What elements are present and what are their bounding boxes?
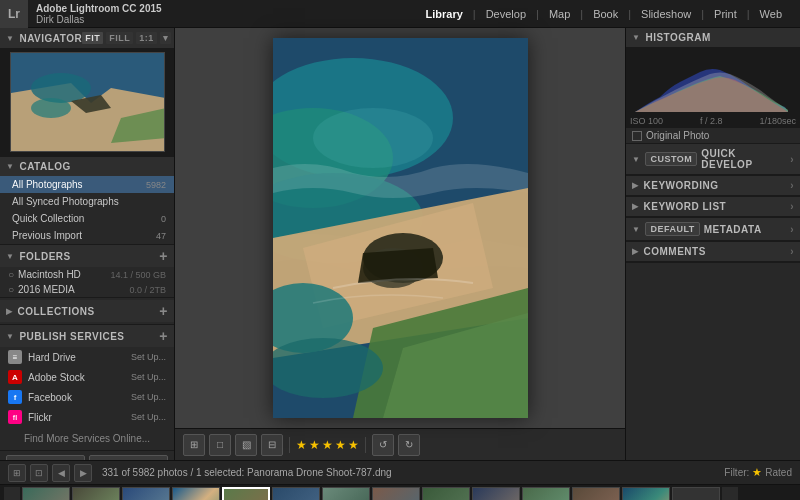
meta-triangle: ▼ — [632, 225, 640, 234]
histogram-aperture: f / 2.8 — [700, 116, 723, 126]
star-4[interactable]: ★ — [335, 438, 346, 452]
film-thumb-11[interactable] — [522, 487, 570, 501]
folders-add[interactable]: + — [159, 249, 168, 263]
service-facebook[interactable]: f Facebook Set Up... — [0, 387, 174, 407]
publish-section: ▼ Publish Services + ≡ Hard Drive Set Up… — [0, 325, 174, 451]
catalog-previous[interactable]: Previous Import 47 — [0, 227, 174, 244]
film-thumb-12[interactable] — [572, 487, 620, 501]
publish-header[interactable]: ▼ Publish Services + — [0, 325, 174, 347]
quick-develop-title: Quick Develop — [701, 148, 790, 170]
folder-macintosh[interactable]: ○ Macintosh HD 14.1 / 500 GB — [0, 267, 174, 282]
filmstrip-flag-button[interactable]: ⊞ — [8, 464, 26, 482]
catalog-all-photos-count: 5982 — [146, 180, 166, 190]
navigator-image[interactable] — [10, 52, 165, 152]
quick-develop-header[interactable]: ▼ Custom Quick Develop › — [626, 144, 800, 175]
star-rating[interactable]: ★ ★ ★ ★ ★ — [296, 438, 359, 452]
catalog-title: Catalog — [19, 161, 70, 172]
film-thumb-9[interactable] — [422, 487, 470, 501]
kl-arrow[interactable]: › — [790, 201, 794, 212]
histogram-section: ▼ Histogram ISO 100 f — [626, 28, 800, 144]
star-3[interactable]: ★ — [322, 438, 333, 452]
film-thumb-6[interactable] — [272, 487, 320, 501]
catalog-synced-label: All Synced Photographs — [12, 196, 166, 207]
nav-fill[interactable]: FILL — [106, 32, 133, 44]
service-hd-setup[interactable]: Set Up... — [131, 352, 166, 362]
nav-develop[interactable]: Develop — [478, 4, 534, 24]
grid-view-button[interactable]: ⊞ — [183, 434, 205, 456]
film-thumb-2[interactable] — [72, 487, 120, 501]
film-thumb-13[interactable] — [622, 487, 670, 501]
service-stock-setup[interactable]: Set Up... — [131, 372, 166, 382]
comments-triangle: ▶ — [632, 247, 639, 256]
nav-1to1[interactable]: 1:1 — [136, 32, 157, 44]
service-adobe-stock[interactable]: A Adobe Stock Set Up... — [0, 367, 174, 387]
catalog-synced[interactable]: All Synced Photographs — [0, 193, 174, 210]
service-flickr-name: Flickr — [28, 412, 131, 423]
catalog-all-photos[interactable]: All Photographs 5982 — [0, 176, 174, 193]
nav-map[interactable]: Map — [541, 4, 578, 24]
folder-media[interactable]: ○ 2016 MEDIA 0.0 / 2TB — [0, 282, 174, 297]
navigator-title: Navigator — [19, 33, 82, 44]
export-button[interactable]: Export... — [89, 455, 168, 460]
collections-add[interactable]: + — [159, 304, 168, 318]
metadata-preset-select[interactable]: Default — [645, 222, 699, 236]
keywording-header[interactable]: ▶ Keywording › — [626, 176, 800, 196]
filmstrip-path: 331 of 5982 photos / 1 selected: Panoram… — [96, 467, 720, 478]
filmstrip-scroll-right[interactable]: ▶ — [722, 487, 738, 501]
film-thumb-3[interactable] — [122, 487, 170, 501]
service-hard-drive[interactable]: ≡ Hard Drive Set Up... — [0, 347, 174, 367]
star-2[interactable]: ★ — [309, 438, 320, 452]
filmstrip-grid-button[interactable]: ⊡ — [30, 464, 48, 482]
catalog-header[interactable]: ▼ Catalog — [0, 157, 174, 176]
import-button[interactable]: Import... — [6, 455, 85, 460]
catalog-quick[interactable]: Quick Collection 0 — [0, 210, 174, 227]
film-thumb-1[interactable] — [22, 487, 70, 501]
publish-add[interactable]: + — [159, 329, 168, 343]
comments-header[interactable]: ▶ Comments › — [626, 242, 800, 262]
film-thumb-10[interactable] — [472, 487, 520, 501]
qd-arrow[interactable]: › — [790, 154, 794, 165]
film-thumb-7[interactable] — [322, 487, 370, 501]
service-fb-setup[interactable]: Set Up... — [131, 392, 166, 402]
filmstrip-next-button[interactable]: ▶ — [74, 464, 92, 482]
keywording-arrow[interactable]: › — [790, 180, 794, 191]
nav-print[interactable]: Print — [706, 4, 745, 24]
qd-select-preset[interactable]: Custom — [645, 152, 697, 166]
facebook-icon: f — [8, 390, 22, 404]
find-services-link[interactable]: Find More Services Online... — [0, 427, 174, 450]
film-thumb-8[interactable] — [372, 487, 420, 501]
main-photo[interactable] — [273, 38, 528, 418]
loupe-view-button[interactable]: □ — [209, 434, 231, 456]
meta-arrow[interactable]: › — [790, 224, 794, 235]
service-flickr-setup[interactable]: Set Up... — [131, 412, 166, 422]
rotate-left-button[interactable]: ↺ — [372, 434, 394, 456]
film-thumb-4[interactable] — [172, 487, 220, 501]
film-thumb-14[interactable] — [672, 487, 720, 501]
collections-header[interactable]: ▶ Collections + — [0, 300, 174, 322]
folder-hd-icon: ○ — [8, 269, 14, 280]
compare-view-button[interactable]: ▧ — [235, 434, 257, 456]
filter-stars[interactable]: ★ — [752, 466, 762, 479]
nav-book[interactable]: Book — [585, 4, 626, 24]
comments-arrow[interactable]: › — [790, 246, 794, 257]
keyword-list-header[interactable]: ▶ Keyword List › — [626, 197, 800, 217]
original-photo-checkbox[interactable] — [632, 131, 642, 141]
nav-zoom[interactable]: ▾ — [160, 32, 172, 44]
histogram-header[interactable]: ▼ Histogram — [626, 28, 800, 48]
filmstrip-scroll-left[interactable]: ◀ — [4, 487, 20, 501]
star-1[interactable]: ★ — [296, 438, 307, 452]
service-flickr[interactable]: fl Flickr Set Up... — [0, 407, 174, 427]
nav-slideshow[interactable]: Slideshow — [633, 4, 699, 24]
film-thumb-5-selected[interactable] — [222, 487, 270, 501]
nav-web[interactable]: Web — [752, 4, 790, 24]
folders-header[interactable]: ▼ Folders + — [0, 245, 174, 267]
survey-view-button[interactable]: ⊟ — [261, 434, 283, 456]
nav-fit[interactable]: FIT — [82, 32, 103, 44]
folder-hd-name: Macintosh HD — [18, 269, 110, 280]
rotate-right-button[interactable]: ↻ — [398, 434, 420, 456]
star-5[interactable]: ★ — [348, 438, 359, 452]
navigator-header[interactable]: ▼ Navigator FIT FILL 1:1 ▾ — [0, 28, 174, 48]
filmstrip-prev-button[interactable]: ◀ — [52, 464, 70, 482]
metadata-header[interactable]: ▼ Default Metadata › — [626, 218, 800, 241]
nav-library[interactable]: Library — [418, 4, 471, 24]
